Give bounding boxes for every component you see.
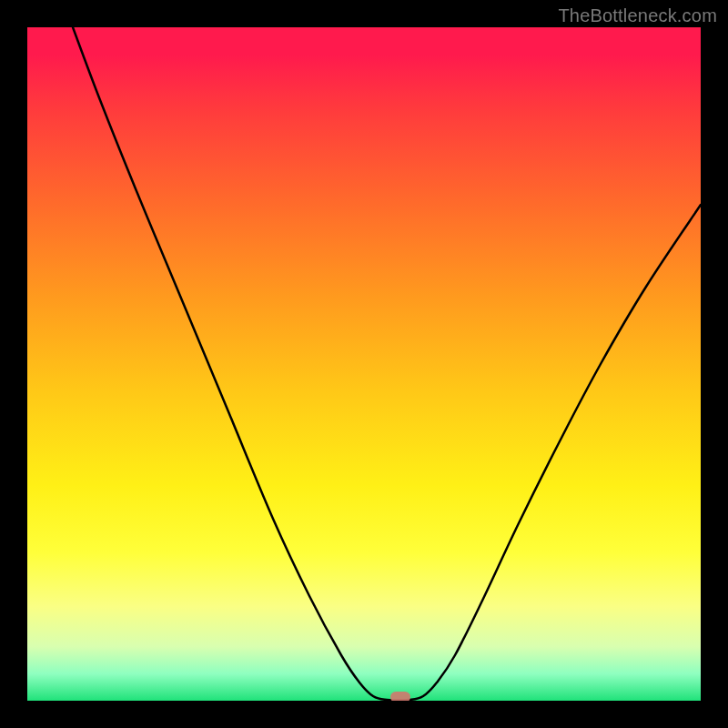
plot-area xyxy=(27,27,701,701)
line-curve xyxy=(27,27,701,701)
watermark-text: TheBottleneck.com xyxy=(558,5,717,26)
minimum-marker xyxy=(390,692,410,701)
chart-container: TheBottleneck.com xyxy=(0,0,728,728)
